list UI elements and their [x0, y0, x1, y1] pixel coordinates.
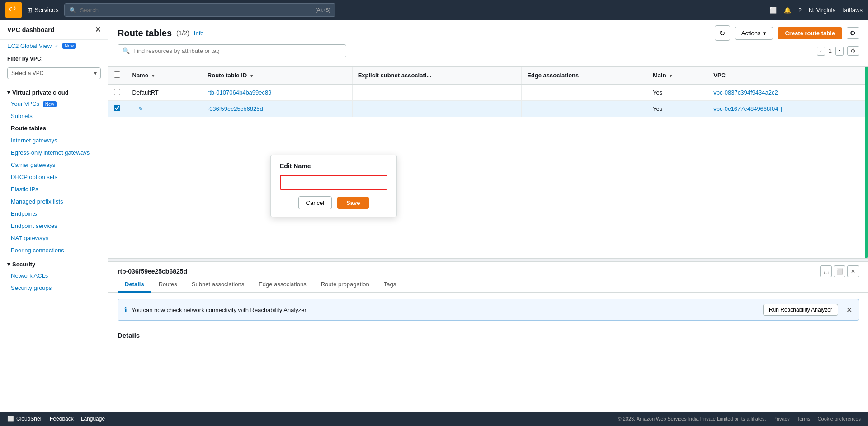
sidebar-item-dhcp[interactable]: DHCP option sets [0, 171, 108, 183]
table-top-bar: 🔍 ‹ 1 › ⚙ [118, 44, 859, 61]
vpc-filter-select[interactable]: Select a VPC ▾ [7, 67, 101, 79]
actions-button[interactable]: Actions ▾ [735, 27, 774, 40]
col-vpc: VPC [708, 67, 868, 84]
row2-checkbox[interactable] [108, 101, 127, 117]
sidebar-close-button[interactable]: ✕ [95, 25, 101, 34]
col-route-table-id[interactable]: Route table ID ▾ [202, 67, 352, 84]
aws-logo [5, 2, 22, 18]
region-selector[interactable]: N. Virginia [809, 7, 836, 14]
user-menu[interactable]: latifaws [843, 7, 863, 14]
top-panel: Route tables (1/2) Info ↻ Actions ▾ Crea… [108, 20, 868, 67]
footer: ⬜ CloudShell Feedback Language © 2023, A… [0, 412, 868, 426]
chevron-down-icon: ▾ [7, 89, 10, 96]
row1-vpc[interactable]: vpc-0837c394f9434a2c2 [708, 84, 868, 101]
cookie-link[interactable]: Cookie preferences [818, 416, 861, 421]
prev-page-button[interactable]: ‹ [817, 47, 825, 56]
ec2-global-view-link[interactable]: EC2 Global View ↗ New [0, 40, 108, 52]
edit-icon[interactable]: ✎ [138, 106, 143, 112]
popup-title: Edit Name [280, 162, 387, 170]
sidebar-section-virtual-cloud[interactable]: ▾ Virtual private cloud [0, 85, 108, 98]
sidebar-title: VPC dashboard ✕ [0, 20, 108, 40]
row2-vpc[interactable]: vpc-0c1677e4849668f04 | [708, 101, 868, 117]
tab-edge-associations[interactable]: Edge associations [251, 277, 314, 293]
feedback-button[interactable]: Feedback [50, 416, 74, 422]
row1-checkbox[interactable] [108, 84, 127, 101]
info-link[interactable]: Info [194, 30, 204, 37]
collapse-icon[interactable]: ⬜ [834, 265, 845, 277]
privacy-link[interactable]: Privacy [774, 416, 790, 421]
info-icon: ℹ [124, 306, 127, 314]
chevron-down-icon: ▾ [763, 30, 766, 37]
col-explicit-subnet: Explicit subnet associati... [352, 67, 522, 84]
tab-route-propagation[interactable]: Route propagation [314, 277, 377, 293]
search-bar-table[interactable]: 🔍 [118, 44, 346, 57]
row1-id[interactable]: rtb-0107064b4ba99ec89 [202, 84, 352, 101]
top-actions: ↻ Actions ▾ Create route table ⚙ [715, 25, 859, 41]
resize-handle[interactable]: — — [108, 258, 868, 262]
sidebar: VPC dashboard ✕ EC2 Global View ↗ New Fi… [0, 20, 108, 412]
refresh-button[interactable]: ↻ [715, 25, 730, 41]
save-button[interactable]: Save [337, 197, 369, 209]
settings-icon[interactable]: ⚙ [847, 27, 859, 39]
help-icon[interactable]: ? [798, 7, 802, 14]
table-search-input[interactable] [133, 47, 341, 54]
row2-id[interactable]: -036f59ee25cb6825d [202, 101, 352, 117]
edit-name-input[interactable] [280, 175, 387, 190]
search-input[interactable] [80, 7, 312, 14]
search-icon: 🔍 [123, 47, 130, 54]
sidebar-item-internet-gateways[interactable]: Internet gateways [0, 134, 108, 147]
checkbox-header[interactable] [108, 67, 127, 84]
close-icon[interactable]: ✕ [847, 265, 859, 277]
chevron-down-icon: ▾ [7, 261, 10, 268]
resize-handle-right[interactable] [865, 67, 868, 258]
language-button[interactable]: Language [81, 416, 105, 422]
tab-subnet-associations[interactable]: Subnet associations [184, 277, 251, 293]
cloudshell-button[interactable]: ⬜ CloudShell [7, 416, 42, 422]
popup-content: Edit Name Cancel Save [270, 155, 397, 217]
bell-icon[interactable]: 🔔 [784, 7, 791, 14]
sidebar-item-route-tables[interactable]: Route tables [0, 122, 108, 134]
page-number: 1 [829, 47, 832, 54]
sidebar-item-nat-gateways[interactable]: NAT gateways [0, 232, 108, 244]
header-row: Route tables (1/2) Info ↻ Actions ▾ Crea… [118, 25, 859, 41]
search-bar[interactable]: 🔍 [Alt+S] [64, 3, 335, 17]
col-main[interactable]: Main ▾ [647, 67, 708, 84]
sidebar-item-egress-gateways[interactable]: Egress-only internet gateways [0, 147, 108, 159]
terminal-icon[interactable]: ⬜ [769, 7, 777, 14]
row1-select-checkbox[interactable] [114, 89, 120, 95]
pagination: ‹ 1 › ⚙ [817, 46, 859, 56]
sidebar-item-network-acls[interactable]: Network ACLs [0, 270, 108, 282]
sidebar-item-security-groups[interactable]: Security groups [0, 282, 108, 294]
top-nav: ⊞ Services 🔍 [Alt+S] ⬜ 🔔 ? N. Virginia l… [0, 0, 868, 20]
sidebar-item-carrier-gateways[interactable]: Carrier gateways [0, 159, 108, 171]
sidebar-item-endpoints[interactable]: Endpoints [0, 208, 108, 220]
sidebar-item-elastic-ips[interactable]: Elastic IPs [0, 183, 108, 195]
table-settings-icon[interactable]: ⚙ [847, 46, 859, 56]
next-page-button[interactable]: › [835, 47, 844, 56]
sidebar-section-security[interactable]: ▾ Security [0, 256, 108, 270]
terms-link[interactable]: Terms [797, 416, 811, 421]
create-route-table-button[interactable]: Create route table [778, 27, 842, 39]
search-icon: 🔍 [69, 7, 76, 14]
sidebar-item-your-vpcs[interactable]: Your VPCs New [0, 98, 108, 110]
cancel-button[interactable]: Cancel [298, 196, 332, 209]
tab-tags[interactable]: Tags [377, 277, 403, 293]
row2-subnet: – [352, 101, 522, 117]
sidebar-item-prefix-lists[interactable]: Managed prefix lists [0, 195, 108, 208]
select-all-checkbox[interactable] [114, 71, 120, 78]
close-banner-button[interactable]: ✕ [846, 306, 852, 314]
run-reachability-button[interactable]: Run Reachability Analyzer [763, 304, 838, 316]
sidebar-item-subnets[interactable]: Subnets [0, 110, 108, 122]
col-name[interactable]: Name ▾ [127, 67, 202, 84]
sidebar-item-peering[interactable]: Peering connections [0, 244, 108, 256]
tab-routes[interactable]: Routes [151, 277, 184, 293]
sidebar-item-endpoint-services[interactable]: Endpoint services [0, 220, 108, 232]
services-menu[interactable]: ⊞ Services [27, 6, 59, 14]
expand-icon[interactable]: ⬚ [820, 265, 832, 277]
terminal-icon: ⬜ [7, 416, 14, 422]
details-heading: Details [118, 331, 859, 339]
filter-label: Filter by VPC: [0, 52, 108, 66]
tab-details[interactable]: Details [118, 277, 151, 293]
row2-select-checkbox[interactable] [114, 105, 120, 111]
sort-icon-main: ▾ [670, 73, 672, 78]
